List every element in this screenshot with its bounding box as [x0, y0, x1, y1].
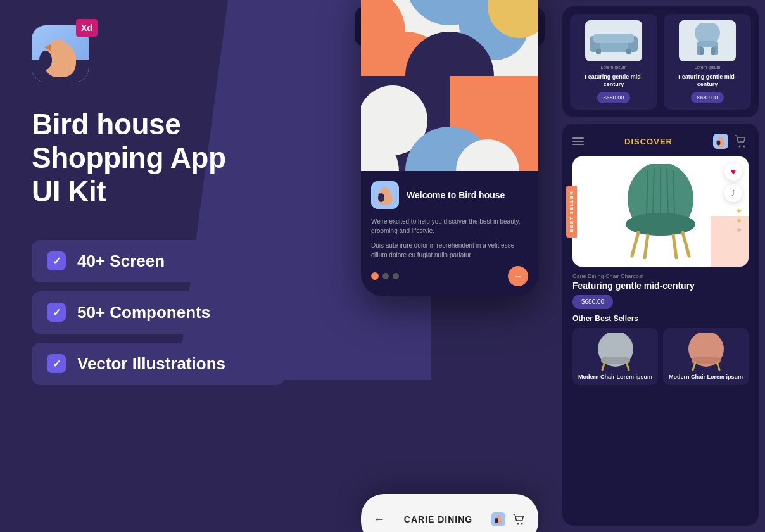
feature-list: 40+ Screen 50+ Components Vector Illustr…	[32, 240, 323, 385]
check-icon-illustrations	[47, 354, 66, 373]
bird-wing	[39, 51, 52, 70]
bird-head	[49, 39, 67, 57]
phone-frame: Welcome to Bird house We're excited to h…	[361, 0, 538, 296]
next-arrow-button[interactable]: →	[508, 266, 528, 286]
chair-desc: Featuring gentle mid-century	[670, 73, 745, 88]
sofa-image	[585, 20, 642, 61]
back-arrow-icon[interactable]: ←	[374, 513, 385, 526]
hamburger-icon[interactable]	[572, 137, 584, 145]
svg-line-61	[626, 362, 629, 370]
feature-label-components: 50+ Components	[77, 303, 210, 322]
svg-point-26	[517, 523, 519, 525]
chair-image-small	[679, 20, 736, 61]
other-chair-image-2	[684, 333, 728, 371]
center-phone: Welcome to Bird house We're excited to h…	[361, 0, 538, 296]
sofa-svg	[588, 23, 639, 58]
add-to-cart-button[interactable]: $680.00	[572, 294, 613, 309]
sofa-price-button[interactable]: $680.00	[597, 92, 631, 103]
svg-rect-38	[700, 48, 704, 55]
featured-product-area: BEST SELLER ♥ ⤴ ★ ★ ★	[572, 156, 749, 267]
menu-line-1	[572, 137, 584, 139]
left-panel: Xd Bird house Shopping App UI Kit 40+ Sc…	[0, 0, 355, 532]
other-product-card-1[interactable]: Modern Chair Lorem ipsum	[572, 328, 658, 385]
product-subtitle: Carie Dining Chair Charcoal	[572, 273, 749, 279]
bottom-phone-frame: ← CARIE DINING	[361, 494, 538, 532]
other-sellers-grid: Modern Chair Lorem ipsum Modern Chair Lo…	[572, 328, 749, 385]
dot-2	[382, 273, 389, 279]
sofa-lorem: Lorem Ipsum	[601, 65, 627, 70]
xd-badge: Xd	[76, 19, 98, 37]
product-card-chair-small: Lorem Ipsum Featuring gentle mid-century…	[664, 14, 751, 110]
svg-line-57	[673, 235, 676, 258]
svg-rect-32	[596, 49, 601, 54]
welcome-navigation: →	[371, 266, 528, 286]
logo-area: Xd	[32, 25, 323, 82]
bestseller-badge: BEST SELLER	[566, 186, 577, 238]
product-card-sofa: Lorem Ipsum Featuring gentle mid-century…	[570, 14, 657, 110]
chair-svg-small	[688, 23, 726, 58]
product-name: Featuring gentle mid-century	[572, 281, 749, 291]
product-grid-top: Lorem Ipsum Featuring gentle mid-century…	[562, 6, 759, 117]
welcome-title-text: Welcome to Bird house	[407, 190, 505, 200]
svg-point-25	[495, 518, 498, 523]
chair-price-button[interactable]: $680.00	[691, 92, 724, 103]
other-product-card-2[interactable]: Modern Chair Lorem ipsum	[663, 328, 749, 385]
svg-line-65	[717, 362, 719, 370]
svg-line-56	[645, 235, 648, 258]
svg-rect-31	[593, 34, 634, 43]
cart-icon-small[interactable]	[512, 512, 526, 526]
feature-item-components: 50+ Components	[32, 291, 285, 334]
pink-chair-svg	[684, 333, 728, 371]
bird-icon-small	[491, 512, 505, 526]
svg-point-44	[717, 141, 721, 146]
geometric-pattern-svg	[361, 0, 538, 171]
other-sellers-section: Other Best Sellers Modern Chair Lorem ip…	[572, 314, 749, 385]
other-chair-label-2: Modern Chair Lorem ipsum	[669, 374, 743, 380]
svg-rect-39	[711, 48, 715, 55]
orange-accent	[711, 216, 749, 267]
featured-chair-svg	[610, 164, 711, 259]
discover-label: DISCOVER	[624, 137, 673, 146]
other-chair-label-1: Modern Chair Lorem ipsum	[578, 374, 652, 380]
header-cart-icon[interactable]	[733, 134, 749, 149]
bottom-phone-title: CARIE DINING	[404, 514, 472, 524]
welcome-body2: Duis aute irure dolor in reprehenderit i…	[371, 241, 528, 260]
other-sellers-title: Other Best Sellers	[572, 314, 749, 323]
menu-line-3	[572, 144, 584, 145]
feature-label-illustrations: Vector Illustrations	[77, 354, 225, 374]
bird-beak	[44, 44, 51, 51]
svg-point-27	[521, 523, 522, 525]
svg-line-60	[602, 362, 605, 370]
dot-1	[371, 272, 379, 280]
welcome-body1: We're excited to help you discover the b…	[371, 217, 528, 236]
featured-product-card: DISCOVER BEST SELLER	[562, 124, 759, 526]
sofa-desc: Featuring gentle mid-century	[576, 73, 651, 88]
svg-line-64	[693, 362, 695, 370]
featured-product-info: Carie Dining Chair Charcoal Featuring ge…	[572, 273, 749, 309]
menu-line-2	[572, 141, 584, 142]
featured-header: DISCOVER	[572, 134, 749, 149]
phone-screen-geometric	[361, 0, 538, 171]
bottom-phone-icons	[491, 512, 526, 526]
check-icon-components	[47, 303, 66, 322]
right-panel: Lorem Ipsum Featuring gentle mid-century…	[556, 0, 765, 532]
dot-indicators	[371, 272, 399, 280]
phone-welcome-section: Welcome to Bird house We're excited to h…	[361, 171, 538, 296]
svg-point-46	[743, 146, 745, 148]
star-1: ★	[736, 207, 742, 215]
svg-line-55	[683, 232, 689, 256]
gray-chair-svg	[593, 333, 638, 371]
other-chair-image-1	[593, 333, 638, 371]
feature-item-screens: 40+ Screen	[32, 240, 285, 282]
svg-point-53	[626, 213, 695, 236]
feature-item-illustrations: Vector Illustrations	[32, 343, 285, 385]
feature-label-screens: 40+ Screen	[77, 251, 165, 271]
chair-lorem: Lorem Ipsum	[695, 65, 721, 70]
welcome-bird-icon	[371, 181, 399, 209]
dot-3	[393, 273, 399, 279]
check-icon-screens	[47, 251, 66, 270]
svg-line-54	[632, 232, 638, 256]
header-bird-icon	[713, 134, 728, 149]
svg-rect-33	[626, 49, 631, 54]
svg-point-45	[739, 146, 741, 148]
